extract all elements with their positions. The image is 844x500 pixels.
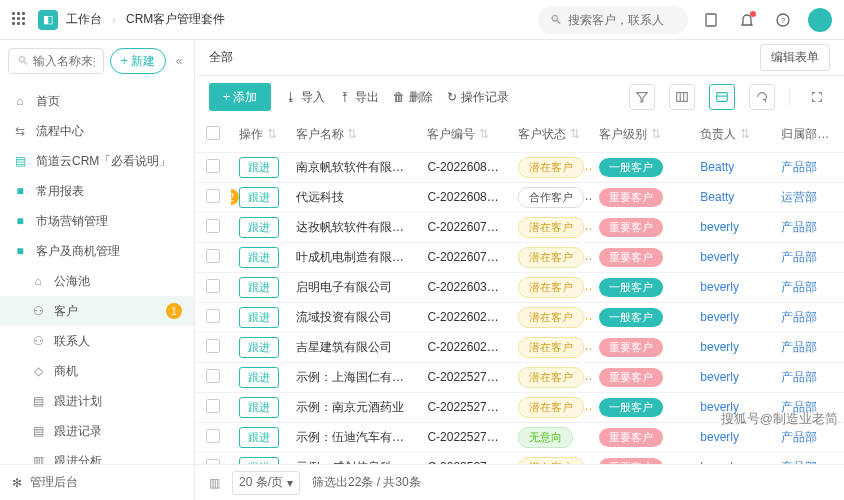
filter-button[interactable] (629, 84, 655, 110)
table-row[interactable]: 跟进示例：威创信息科技…C-2022527…潜在客户重要客户beverly产品部 (195, 452, 844, 464)
avatar[interactable] (808, 8, 832, 32)
owner-link[interactable]: beverly (700, 460, 739, 464)
owner-link[interactable]: beverly (700, 220, 739, 234)
dept-link[interactable]: 产品部 (781, 370, 817, 384)
sidebar-item-4[interactable]: ■市场营销管理 (0, 206, 194, 236)
column-header[interactable]: 客户状态 ⇅ (510, 118, 591, 152)
follow-button[interactable]: 跟进 (239, 427, 279, 448)
refresh-button[interactable] (749, 84, 775, 110)
delete-button[interactable]: 🗑删除 (393, 89, 433, 106)
table-row[interactable]: 跟进南京帆软软件有限公…C-2022608…潜在客户一般客户Beatty产品部 (195, 152, 844, 182)
follow-button[interactable]: 跟进 (239, 397, 279, 418)
row-checkbox[interactable] (206, 369, 220, 383)
sidebar-search-input[interactable] (33, 54, 95, 68)
column-header[interactable]: 客户名称 ⇅ (288, 118, 419, 152)
dept-link[interactable]: 产品部 (781, 460, 817, 465)
follow-button[interactable]: 跟进 (239, 337, 279, 358)
table-row[interactable]: 跟进达孜帆软软件有限公…C-2022607…潜在客户重要客户beverly产品部 (195, 212, 844, 242)
row-checkbox[interactable] (206, 159, 220, 173)
follow-button[interactable]: 跟进 (239, 307, 279, 328)
dept-link[interactable]: 产品部 (781, 220, 817, 234)
dept-link[interactable]: 产品部 (781, 160, 817, 174)
owner-link[interactable]: beverly (700, 400, 739, 414)
select-all-checkbox[interactable] (206, 126, 220, 140)
column-header[interactable]: 客户级别 ⇅ (591, 118, 692, 152)
follow-button[interactable]: 跟进 (239, 367, 279, 388)
row-checkbox[interactable] (206, 429, 220, 443)
collapse-sidebar-icon[interactable]: « (172, 54, 186, 68)
edit-form-button[interactable]: 编辑表单 (760, 44, 830, 71)
table-row[interactable]: 跟进启明电子有限公司C-2022603…潜在客户一般客户beverly产品部 (195, 272, 844, 302)
row-checkbox[interactable] (206, 399, 220, 413)
breadcrumb-app[interactable]: CRM客户管理套件 (126, 11, 225, 28)
sidebar-item-7[interactable]: ⚇客户1 (0, 296, 194, 326)
admin-console-link[interactable]: ✻ 管理后台 (0, 464, 194, 500)
column-header[interactable]: 操作 ⇅ (231, 118, 288, 152)
chart-toggle-icon[interactable]: ▥ (209, 476, 220, 490)
sidebar-item-2[interactable]: ▤简道云CRM「必看说明」 (0, 146, 194, 176)
table-row[interactable]: 跟进叶成机电制造有限公…C-2022607…潜在客户重要客户beverly产品部 (195, 242, 844, 272)
sidebar-search[interactable]: 🔍︎ (8, 48, 104, 74)
fullscreen-button[interactable] (804, 84, 830, 110)
owner-link[interactable]: Beatty (700, 160, 734, 174)
follow-button[interactable]: 跟进 (239, 157, 279, 178)
sidebar-item-11[interactable]: ▤跟进记录 (0, 416, 194, 446)
help-icon[interactable]: ? (772, 9, 794, 31)
row-checkbox[interactable] (206, 219, 220, 233)
history-button[interactable]: ↻操作记录 (447, 89, 509, 106)
owner-link[interactable]: beverly (700, 370, 739, 384)
owner-link[interactable]: beverly (700, 250, 739, 264)
sidebar-item-6[interactable]: ⌂公海池 (0, 266, 194, 296)
dept-link[interactable]: 产品部 (781, 430, 817, 444)
sidebar-item-3[interactable]: ■常用报表 (0, 176, 194, 206)
owner-link[interactable]: beverly (700, 430, 739, 444)
row-checkbox[interactable] (206, 339, 220, 353)
follow-button[interactable]: 跟进 (239, 457, 279, 465)
apps-grid-icon[interactable] (12, 12, 28, 28)
row-checkbox[interactable] (206, 279, 220, 293)
columns-button[interactable] (669, 84, 695, 110)
column-header[interactable]: 客户编号 ⇅ (419, 118, 510, 152)
sidebar-item-12[interactable]: ▥跟进分析 (0, 446, 194, 464)
sidebar-item-10[interactable]: ▤跟进计划 (0, 386, 194, 416)
import-button[interactable]: ⭳导入 (285, 89, 325, 106)
owner-link[interactable]: beverly (700, 310, 739, 324)
row-checkbox[interactable] (206, 309, 220, 323)
follow-button[interactable]: 跟进 (239, 277, 279, 298)
new-button[interactable]: + 新建 (110, 48, 166, 74)
column-header[interactable]: 归属部门 ⇅ (773, 118, 844, 152)
export-button[interactable]: ⭱导出 (339, 89, 379, 106)
sidebar-item-0[interactable]: ⌂首页 (0, 86, 194, 116)
sidebar-item-1[interactable]: ⇆流程中心 (0, 116, 194, 146)
row-checkbox[interactable] (206, 189, 220, 203)
table-row[interactable]: 跟进流域投资有限公司C-2022602…潜在客户一般客户beverly产品部 (195, 302, 844, 332)
dept-link[interactable]: 产品部 (781, 310, 817, 324)
dept-link[interactable]: 产品部 (781, 280, 817, 294)
add-button[interactable]: + 添加 (209, 83, 271, 111)
page-size-select[interactable]: 20 条/页 ▾ (232, 471, 300, 495)
book-icon[interactable] (700, 9, 722, 31)
table-row[interactable]: 跟进示例：上海国仁有限…C-2022527…潜在客户重要客户beverly产品部 (195, 362, 844, 392)
owner-link[interactable]: beverly (700, 340, 739, 354)
sidebar-item-5[interactable]: ■客户及商机管理 (0, 236, 194, 266)
row-checkbox[interactable] (206, 249, 220, 263)
owner-link[interactable]: beverly (700, 280, 739, 294)
row-checkbox[interactable] (206, 459, 220, 465)
breadcrumb-root[interactable]: 工作台 (66, 11, 102, 28)
table-row[interactable]: 跟进示例：伍迪汽车有限…C-2022527…无意向重要客户beverly产品部 (195, 422, 844, 452)
dept-link[interactable]: 产品部 (781, 340, 817, 354)
dept-link[interactable]: 运营部 (781, 190, 817, 204)
bell-icon[interactable] (736, 9, 758, 31)
follow-button[interactable]: 跟进 (239, 247, 279, 268)
search-input[interactable] (568, 13, 676, 27)
dept-link[interactable]: 产品部 (781, 250, 817, 264)
sidebar-item-9[interactable]: ◇商机 (0, 356, 194, 386)
view-form-button[interactable] (709, 84, 735, 110)
global-search[interactable]: 🔍︎ (538, 6, 688, 34)
table-row[interactable]: 2跟进代远科技C-2022608…合作客户重要客户Beatty运营部 (195, 182, 844, 212)
sidebar-item-8[interactable]: ⚇联系人 (0, 326, 194, 356)
follow-button[interactable]: 跟进 (239, 187, 279, 208)
table-row[interactable]: 跟进示例：南京元酒药业C-2022527…潜在客户一般客户beverly产品部 (195, 392, 844, 422)
dept-link[interactable]: 产品部 (781, 400, 817, 414)
column-header[interactable]: 负责人 ⇅ (692, 118, 773, 152)
